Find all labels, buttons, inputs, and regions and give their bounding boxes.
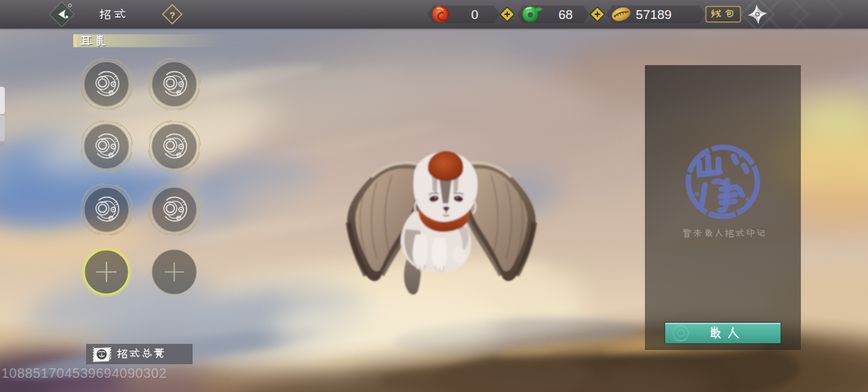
svg-text:68: 68 (558, 7, 572, 22)
svg-text:0: 0 (471, 7, 479, 22)
svg-text:108851704539694090302: 108851704539694090302 (1, 366, 167, 380)
svg-text:57189: 57189 (636, 7, 672, 22)
svg-text:?: ? (170, 10, 175, 20)
